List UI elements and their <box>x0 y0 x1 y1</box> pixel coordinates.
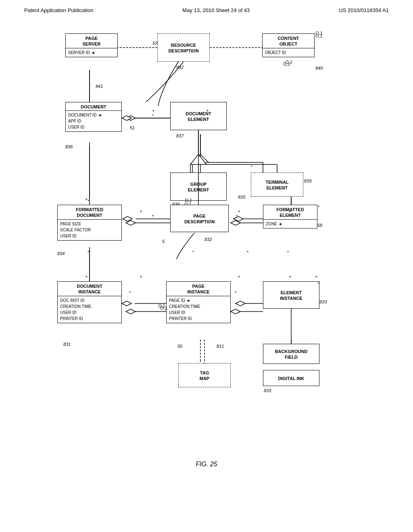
document-instance-box: DOCUMENTINSTANCE DOC INST IDCREATION TIM… <box>57 281 122 323</box>
label-837: 837 <box>176 133 184 138</box>
doc-inst-mult: * <box>129 291 131 295</box>
svg-marker-4 <box>126 116 136 121</box>
svg-marker-47 <box>236 301 245 306</box>
formatted-element-box: FORMATTEDELEMENT ZONE ◄ <box>263 205 317 229</box>
formatted-document-title: FORMATTEDDOCUMENT <box>58 205 121 219</box>
header-middle: May 13, 2010 Sheet 24 of 43 <box>182 7 250 13</box>
label-5: 5 <box>162 239 165 244</box>
svg-marker-18 <box>231 309 240 314</box>
header: Patent Application Publication May 13, 2… <box>0 0 413 13</box>
header-right: US 2010/0118354 A1 <box>339 7 389 13</box>
label-833b: 833 <box>264 388 271 393</box>
page-inst-mult-right: * <box>235 291 236 295</box>
label-836: 836 <box>65 144 73 149</box>
svg-text:*: * <box>289 275 291 281</box>
label-842: 842 <box>176 65 184 70</box>
digital-ink-title: DIGITAL INK <box>276 374 307 382</box>
group-element-box: GROUPELEMENT <box>170 172 227 201</box>
svg-marker-11 <box>126 220 136 225</box>
svg-marker-29 <box>122 116 131 121</box>
content-object-mult2: O,1 <box>283 62 290 66</box>
document-element-box: DOCUMENTELEMENT <box>170 102 227 130</box>
svg-text:*: * <box>238 210 240 215</box>
document-element-title: DOCUMENTELEMENT <box>183 109 214 123</box>
fmt-elem-mult: * <box>318 205 319 210</box>
svg-text:*: * <box>315 275 317 281</box>
header-left: Patent Application Publication <box>24 7 93 13</box>
svg-text:*: * <box>140 275 142 281</box>
content-object-mult: O,1 <box>315 33 323 38</box>
page-server-title: PAGESERVER <box>66 34 117 48</box>
doc-elem-mult: * <box>152 113 154 118</box>
document-fields: DOCUMENT ID ◄APP IDUSER ID <box>66 110 121 131</box>
svg-marker-45 <box>122 301 131 306</box>
label-58: 58 <box>317 223 322 228</box>
resource-description-box: RESOURCEDESCRIPTION <box>157 33 210 62</box>
svg-marker-32 <box>190 154 206 164</box>
label-831: 831 <box>63 342 71 347</box>
page-desc-mult-left: * <box>152 214 154 219</box>
element-instance-box: ELEMENTINSTANCE <box>263 281 319 309</box>
resource-description-title: RESOURCEDESCRIPTION <box>166 41 201 55</box>
content-object-title: CONTENTOBJECT <box>263 34 314 48</box>
document-box: DOCUMENT DOCUMENT ID ◄APP IDUSER ID <box>65 102 122 132</box>
svg-marker-13 <box>231 220 240 225</box>
svg-marker-6 <box>192 154 209 162</box>
page-instance-title: PAGEINSTANCE <box>167 282 230 296</box>
page-instance-fields: PAGE ID ◄CREATION TIMEUSER IDPRINTER ID <box>167 296 230 323</box>
page-server-fields: SERVER ID ◄ <box>66 48 117 57</box>
document-title: DOCUMENT <box>66 102 121 110</box>
formatted-element-title: FORMATTEDELEMENT <box>263 205 317 219</box>
label-51: 51 <box>130 125 135 130</box>
page-desc-mult-right: * <box>236 214 238 219</box>
fmt-doc-mult: * <box>88 199 89 204</box>
label-840: 840 <box>315 66 323 71</box>
page-description-title: PAGEDESCRIPTION <box>182 212 217 226</box>
terminal-mult: * <box>251 164 252 169</box>
terminal-element-box: TERMINALELEMENT <box>251 172 303 197</box>
content-object-fields: OBJECT ID <box>263 48 314 57</box>
svg-text:*: * <box>140 210 142 215</box>
content-object-box: CONTENTOBJECT OBJECT ID <box>262 33 315 57</box>
fig-label: FIG. 25 <box>196 461 217 468</box>
document-instance-title: DOCUMENTINSTANCE <box>58 282 121 296</box>
fmt-doc-mult-bottom: * <box>88 250 89 255</box>
formatted-document-fields: PAGE SIZESCALE FACTORUSER ID <box>58 219 121 240</box>
background-field-title: BACKGROUNDFIELD <box>273 347 310 361</box>
svg-marker-39 <box>123 216 132 221</box>
formatted-element-fields: ZONE ◄ <box>263 219 317 228</box>
label-53: 53 <box>152 41 157 46</box>
label-50: 50 <box>177 344 182 349</box>
label-833: 833 <box>319 299 327 304</box>
label-832: 832 <box>204 237 212 242</box>
page-inst-mult: O,1 <box>158 303 165 308</box>
svg-marker-41 <box>234 216 243 221</box>
label-811: 811 <box>217 344 224 349</box>
diagram: PAGESERVER SERVER ID ◄ 841 RESOURCEDESCR… <box>33 21 380 457</box>
group-element-title: GROUPELEMENT <box>186 180 212 194</box>
page-desc-right-mult: * <box>247 250 248 255</box>
svg-text:*: * <box>86 275 88 281</box>
figure-caption: FIG. 25 <box>0 461 413 468</box>
fmt-elem-bottom-mult: * <box>287 250 289 255</box>
background-field-box: BACKGROUNDFIELD <box>263 344 319 364</box>
element-instance-title: ELEMENTINSTANCE <box>277 288 305 302</box>
page-description-box: PAGEDESCRIPTION <box>170 205 229 232</box>
elem-inst-mult: * <box>318 281 319 286</box>
page-desc-bottom-mult: * <box>192 250 194 255</box>
label-835: 835 <box>238 195 245 200</box>
svg-marker-16 <box>126 309 136 314</box>
digital-ink-box: DIGITAL INK <box>263 370 319 386</box>
page-instance-box: PAGEINSTANCE PAGE ID ◄CREATION TIMEUSER … <box>166 281 231 323</box>
svg-text:*: * <box>238 275 240 281</box>
page-server-box: PAGESERVER SERVER ID ◄ <box>65 33 118 57</box>
label-841: 841 <box>96 84 103 89</box>
tag-map-title: TAGMAP <box>197 368 212 382</box>
label-839: 839 <box>304 179 311 183</box>
tag-map-box: TAGMAP <box>178 363 231 387</box>
formatted-document-box: FORMATTEDDOCUMENT PAGE SIZESCALE FACTORU… <box>57 205 122 241</box>
terminal-element-title: TERMINALELEMENT <box>263 178 291 192</box>
document-instance-fields: DOC INST IDCREATION TIMEUSER IDPRINTER I… <box>58 296 121 323</box>
label-834: 834 <box>57 251 65 256</box>
